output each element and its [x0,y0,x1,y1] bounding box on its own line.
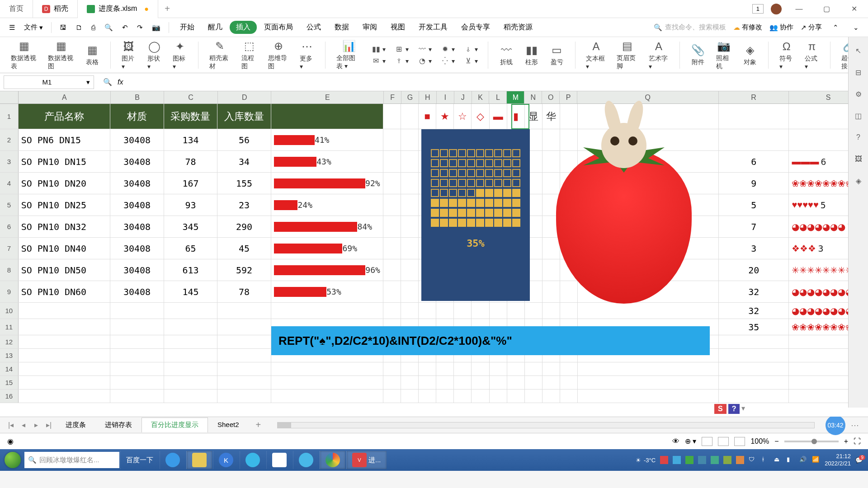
textbox-button[interactable]: A文本框 ▾ [582,38,609,72]
cell-A16[interactable] [19,389,111,403]
col-header-Q[interactable]: Q [577,91,719,103]
camera-button[interactable]: 📷照相机 [712,38,736,72]
cell-name-8[interactable]: SO PN10 DN50 [19,259,111,281]
zoom-pct[interactable]: 100% [750,437,769,446]
pivot-chart-button[interactable]: ▦数据透视图 [44,38,78,72]
cell-J16[interactable] [454,389,472,403]
formula-input[interactable] [128,75,868,89]
cell-mat-2[interactable]: 30408 [110,129,164,150]
sparkline-col-button[interactable]: ▮▮柱形 [521,42,542,68]
row-header-12[interactable]: 12 [0,335,19,348]
row-header-9[interactable]: 9 [0,281,19,302]
app-menu-icon[interactable]: ☰ [5,22,19,33]
undo-icon[interactable]: ↶ [118,22,132,33]
view-normal[interactable] [702,437,712,446]
cell-in-3[interactable]: 34 [217,151,271,172]
cell-F1[interactable] [383,104,401,129]
col-header-N[interactable]: N [524,91,542,103]
cell-G8[interactable] [401,259,419,281]
cell-M10[interactable] [507,303,525,319]
cell-R10[interactable]: 32 [719,303,789,319]
sheet-tab-0[interactable]: 进度条 [56,418,95,432]
read-mode-icon[interactable]: 👁 [672,437,679,446]
ribbon-tab-公式[interactable]: 公式 [300,21,327,34]
attachment-button[interactable]: 📎附件 [687,42,709,68]
header-A[interactable]: 产品名称 [19,104,111,129]
col-header-H[interactable]: H [419,91,437,103]
cell-buy-7[interactable]: 65 [164,238,217,259]
cell-R12[interactable] [719,335,789,348]
table-button[interactable]: ▦表格 [81,42,103,68]
cell-in-7[interactable]: 45 [217,238,271,259]
picture-button[interactable]: 🖼图片 ▾ [118,38,140,72]
cell-F8[interactable] [383,259,401,281]
close-button[interactable]: ✕ [844,0,864,18]
cell-R2[interactable] [719,129,789,150]
cell-E10[interactable] [271,303,383,319]
row-header-4[interactable]: 4 [0,173,19,194]
cell-R6[interactable]: 7 [719,216,789,237]
zoom-in[interactable]: + [844,437,848,446]
col-header-G[interactable]: G [401,91,419,103]
cell-F16[interactable] [383,389,401,403]
preview-icon[interactable]: 🔍 [101,22,117,33]
cell-R3[interactable]: 6 [719,151,789,172]
cell-in-8[interactable]: 592 [217,259,271,281]
cell-I15[interactable] [436,376,454,389]
cell-A12[interactable] [19,335,111,348]
col-header-F[interactable]: F [384,91,401,103]
header-B[interactable]: 材质 [110,104,164,129]
cell-F14[interactable] [383,362,401,375]
cell-C13[interactable] [164,349,217,362]
sheet-nav-last[interactable]: ▸| [43,420,54,431]
cell-N10[interactable] [525,303,542,319]
cell-buy-4[interactable]: 167 [164,173,217,194]
rail-help-icon[interactable]: ? [852,131,865,144]
cell-progress-7[interactable]: 69% [271,238,383,259]
sheet-nav-next[interactable]: ▸ [31,420,42,431]
taskbar-ie[interactable] [160,451,185,469]
symbol-M[interactable]: ▮ [507,104,525,129]
cell-in-4[interactable]: 155 [217,173,271,194]
cell-D12[interactable] [217,335,271,348]
cell-buy-3[interactable]: 78 [164,151,217,172]
cell-L15[interactable] [490,376,507,389]
cell-C11[interactable] [164,319,217,335]
shapes-button[interactable]: ◯形状 ▾ [144,38,165,72]
cell-C15[interactable] [164,376,217,389]
sheet-tab-1[interactable]: 进销存表 [95,418,142,432]
ribbon-tab-视图[interactable]: 视图 [384,21,411,34]
cell-G15[interactable] [401,376,419,389]
cell-J15[interactable] [454,376,472,389]
line-chart-icon[interactable]: 〰▾ [415,44,434,55]
cell-C12[interactable] [164,335,217,348]
cell-N16[interactable] [525,389,542,403]
rail-cursor-icon[interactable]: ↖ [852,44,865,57]
tray-icon-6[interactable] [723,456,731,464]
rail-select-icon[interactable]: ⊟ [852,66,865,79]
cell-G14[interactable] [401,362,419,375]
cell-G16[interactable] [401,389,419,403]
cell-in-2[interactable]: 56 [217,129,271,150]
zoom-out[interactable]: − [774,437,778,446]
ribbon-tab-审阅[interactable]: 审阅 [356,21,383,34]
cell-mat-6[interactable]: 30408 [110,216,164,237]
cell-P16[interactable] [560,389,578,403]
wordart-button[interactable]: A艺术字 ▾ [645,38,672,72]
ribbon-tab-页面布局[interactable]: 页面布局 [258,21,299,34]
row-header-16[interactable]: 16 [0,389,19,403]
col-header-P[interactable]: P [560,91,577,103]
cell-progress-4[interactable]: 92% [271,173,383,194]
cell-O14[interactable] [542,362,560,375]
tab-file[interactable]: 进度条.xlsm ● [78,0,158,18]
cell-mat-7[interactable]: 30408 [110,238,164,259]
cell-E15[interactable] [271,376,383,389]
row-header-15[interactable]: 15 [0,376,19,389]
cell-J14[interactable] [454,362,472,375]
cell-progress-2[interactable]: 41% [271,129,383,150]
cell-G1[interactable] [401,104,419,129]
col-header-E[interactable]: E [271,91,384,103]
equation-button[interactable]: π公式 ▾ [801,38,823,72]
macro-record-icon[interactable]: ◉ [7,437,14,446]
cell-D14[interactable] [217,362,271,375]
